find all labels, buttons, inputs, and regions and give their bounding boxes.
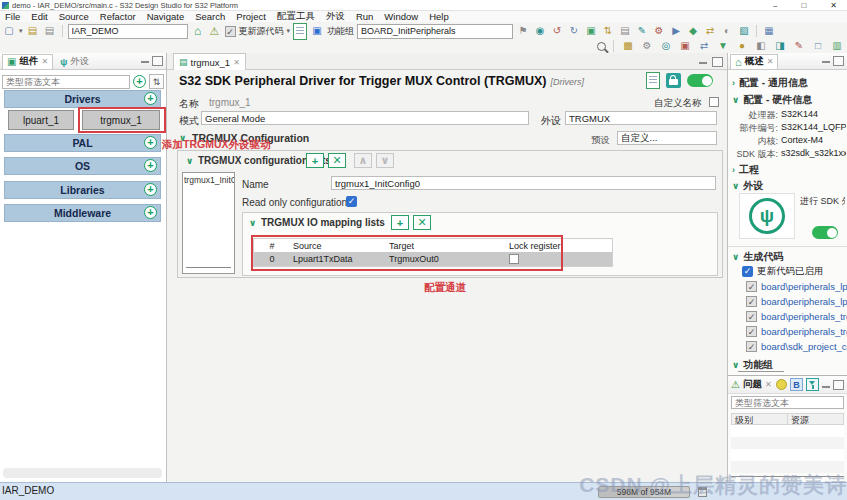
mode-combo[interactable]: [201, 111, 529, 125]
build-icon[interactable]: ⚙: [652, 24, 666, 38]
quickfix-lightbulb-icon[interactable]: [776, 379, 787, 390]
sdk-peripherals-badge[interactable]: ψ: [739, 193, 795, 239]
add-library-button[interactable]: +: [144, 183, 157, 196]
driver-item-trgmux[interactable]: trgmux_1: [82, 110, 160, 130]
section-project[interactable]: › 工程: [732, 163, 759, 177]
frame-icon[interactable]: □: [811, 39, 825, 53]
pin-dropdown-icon[interactable]: ▼: [716, 39, 730, 53]
tab-overview[interactable]: ⌂ 概述 ✕: [730, 54, 778, 69]
rows-icon[interactable]: ▥: [830, 39, 844, 53]
column-level[interactable]: 级别: [732, 414, 788, 424]
console-icon[interactable]: ▤: [618, 24, 632, 38]
column-resource[interactable]: 资源: [788, 414, 809, 424]
group-pal[interactable]: PAL +: [4, 134, 161, 152]
close-icon[interactable]: ✕: [41, 57, 48, 66]
group-middleware[interactable]: Middleware +: [4, 204, 161, 222]
tab-components[interactable]: ▣ 组件 ✕: [2, 54, 53, 69]
menu-edit[interactable]: Edit: [31, 11, 47, 22]
section-general-info[interactable]: › 配置 - 通用信息: [732, 76, 808, 90]
sort-icon[interactable]: ⇅: [601, 24, 615, 38]
maximize-panel-icon[interactable]: [833, 56, 844, 66]
split-right-icon[interactable]: ◨: [773, 39, 787, 53]
column-target[interactable]: Target: [386, 241, 506, 251]
minimize-panel-icon[interactable]: [141, 61, 149, 63]
menu-navigate[interactable]: Navigate: [147, 11, 185, 22]
menu-project[interactable]: Project: [236, 11, 266, 22]
close-icon[interactable]: ✕: [767, 57, 774, 66]
component-filter-input[interactable]: [2, 75, 130, 89]
driver-item-lpuart[interactable]: lpuart_1: [8, 110, 74, 130]
close-button[interactable]: ✕: [830, 1, 837, 10]
add-config-button[interactable]: +: [306, 153, 324, 168]
maximize-panel-icon[interactable]: [712, 57, 723, 67]
record-icon[interactable]: ●: [735, 39, 749, 53]
close-icon[interactable]: ✕: [765, 380, 772, 389]
config-list[interactable]: trgmux1_InitCor: [182, 172, 235, 274]
problems-filter-input[interactable]: [731, 396, 844, 409]
grid-icon[interactable]: ▩: [621, 39, 635, 53]
add-pal-button[interactable]: +: [144, 136, 157, 149]
add-mapping-button[interactable]: +: [391, 215, 409, 230]
menu-run[interactable]: Run: [356, 11, 373, 22]
section-peripherals[interactable]: ∨ 外设: [732, 179, 763, 193]
gear-icon[interactable]: ⚙: [640, 39, 654, 53]
warning-icon[interactable]: ⚠: [208, 24, 222, 38]
unlock-icon[interactable]: [666, 73, 681, 88]
debug-icon[interactable]: ◆: [686, 24, 700, 38]
swap-icon[interactable]: ⇄: [697, 39, 711, 53]
filter-funnel-icon[interactable]: [806, 378, 819, 391]
lock-register-checkbox[interactable]: [509, 254, 519, 264]
update-source-dropdown-icon[interactable]: ▾: [287, 27, 291, 35]
new-file-icon[interactable]: ▢: [2, 24, 16, 38]
breakpoint-filter-button[interactable]: B: [790, 378, 803, 391]
group-libraries[interactable]: Libraries +: [4, 181, 161, 199]
update-code-checkbox[interactable]: ✓: [742, 266, 753, 277]
horizontal-scrollbar[interactable]: [3, 468, 162, 478]
switch-icon[interactable]: ⇄: [703, 24, 717, 38]
add-driver-button[interactable]: +: [144, 92, 157, 105]
minimize-panel-icon[interactable]: [822, 61, 830, 63]
sort-components-button[interactable]: ⇅: [149, 74, 164, 89]
undo-icon[interactable]: ↺: [550, 24, 564, 38]
move-up-button[interactable]: ∧: [354, 153, 372, 168]
file-link[interactable]: board\sdk_project_confi: [761, 341, 847, 352]
new-dropdown-icon[interactable]: ▾: [19, 27, 23, 35]
project-combo[interactable]: [68, 24, 188, 39]
file-checkbox[interactable]: ✓: [746, 281, 757, 292]
readonly-checkbox[interactable]: ✓: [346, 196, 357, 207]
sdk-peripherals-toggle[interactable]: [812, 226, 838, 239]
minimize-panel-icon[interactable]: [699, 62, 707, 64]
run-icon[interactable]: ▶: [669, 24, 683, 38]
split-left-icon[interactable]: ◧: [754, 39, 768, 53]
peripheral-field[interactable]: [565, 111, 717, 125]
column-num[interactable]: #: [254, 241, 290, 251]
move-down-button[interactable]: ∨: [376, 153, 394, 168]
file-link[interactable]: board\peripherals_lpuar: [761, 296, 847, 307]
box-icon[interactable]: ▣: [678, 39, 692, 53]
config-name-field[interactable]: [331, 176, 716, 190]
target-icon[interactable]: ◎: [659, 39, 673, 53]
save-all-icon[interactable]: ▤: [43, 24, 57, 38]
column-source[interactable]: Source: [290, 241, 386, 251]
file-checkbox[interactable]: ✓: [746, 341, 757, 352]
annotate-icon[interactable]: ✎: [792, 39, 806, 53]
config-list-item[interactable]: trgmux1_InitCor: [184, 175, 235, 185]
file-checkbox[interactable]: ✓: [746, 326, 757, 337]
home-icon[interactable]: ⌂: [191, 24, 205, 38]
restore-button[interactable]: □: [801, 1, 806, 10]
functional-group-icon[interactable]: ▣: [310, 24, 324, 38]
world-icon[interactable]: ◉: [533, 24, 547, 38]
close-icon[interactable]: ✕: [233, 58, 240, 67]
menu-refactor[interactable]: Refactor: [100, 11, 136, 22]
menu-source[interactable]: Source: [59, 11, 89, 22]
remove-config-button[interactable]: ✕: [328, 153, 346, 168]
menu-file[interactable]: File: [5, 11, 20, 22]
add-middleware-button[interactable]: +: [144, 206, 157, 219]
functional-group-combo[interactable]: [357, 24, 513, 39]
menu-search[interactable]: Search: [195, 11, 225, 22]
open-perspective-icon[interactable]: ▦: [762, 24, 776, 38]
minimize-panel-icon[interactable]: [822, 386, 830, 388]
tab-peripherals[interactable]: ψ 外设: [55, 55, 94, 68]
coverage-icon[interactable]: ◐: [720, 24, 734, 38]
peripheral-enabled-toggle[interactable]: [687, 74, 713, 87]
